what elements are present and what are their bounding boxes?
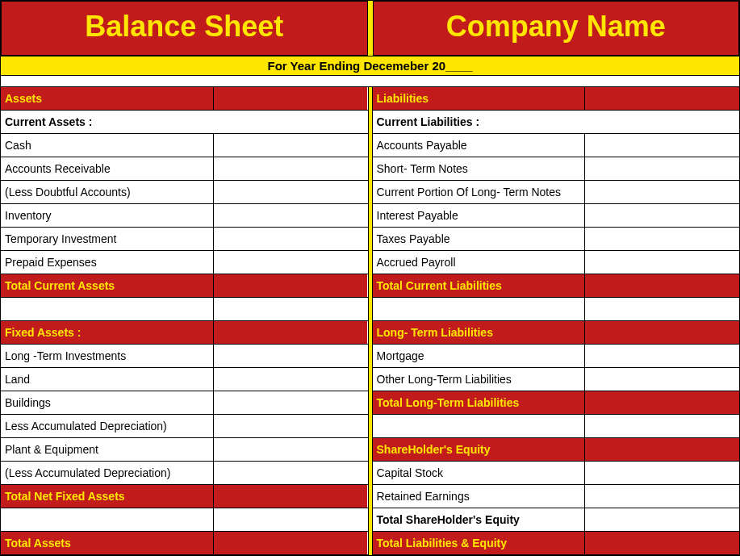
line-dep2: (Less Accumulated Depreciation) xyxy=(1,462,368,485)
value[interactable] xyxy=(585,157,739,180)
value[interactable] xyxy=(214,204,368,227)
assets-column: Assets Current Assets : Cash Accounts Re… xyxy=(1,87,368,555)
value xyxy=(585,298,739,320)
label xyxy=(373,298,586,320)
value[interactable] xyxy=(585,274,739,297)
value[interactable] xyxy=(214,462,368,484)
label: ShareHolder's Equity xyxy=(373,438,586,461)
value[interactable] xyxy=(214,391,368,414)
line-cpltn: Current Portion Of Long- Term Notes xyxy=(373,181,740,204)
current-assets-label: Current Assets : xyxy=(1,111,368,134)
value[interactable] xyxy=(214,345,368,367)
value[interactable] xyxy=(585,251,739,274)
value[interactable] xyxy=(585,228,739,250)
value[interactable] xyxy=(214,134,368,157)
label: Total ShareHolder's Equity xyxy=(373,508,586,531)
line-lt-inv: Long -Term Investments xyxy=(1,345,368,368)
value[interactable] xyxy=(585,438,739,461)
label: Total Current Liabilities xyxy=(373,274,586,297)
fixed-assets-header: Fixed Assets : xyxy=(1,321,368,345)
label: Total Current Assets xyxy=(1,274,214,297)
total-current-assets: Total Current Assets xyxy=(1,274,368,298)
value[interactable] xyxy=(585,368,739,391)
spacer-row xyxy=(1,76,739,87)
label: Plant & Equipment xyxy=(1,438,214,461)
label: Liabilities xyxy=(373,87,586,110)
line-dep1: Less Accumulated Depreciation) xyxy=(1,415,368,438)
value[interactable] xyxy=(214,228,368,250)
title-row: Balance Sheet Company Name xyxy=(1,1,739,56)
liabilities-column: Liabilities Current Liabilities : Accoun… xyxy=(373,87,740,555)
label: Temporary Investment xyxy=(1,228,214,250)
label: Accounts Receivable xyxy=(1,157,214,180)
value xyxy=(214,298,368,320)
value[interactable] xyxy=(585,462,739,484)
value[interactable] xyxy=(585,204,739,227)
current-liabilities-label: Current Liabilities : xyxy=(373,111,740,134)
value[interactable] xyxy=(585,134,739,157)
value[interactable] xyxy=(585,391,739,414)
value[interactable] xyxy=(585,532,739,554)
value[interactable] xyxy=(214,251,368,274)
value[interactable] xyxy=(214,87,368,110)
line-ar: Accounts Receivable xyxy=(1,157,368,181)
value[interactable] xyxy=(214,485,368,508)
label: Land xyxy=(1,368,214,391)
value xyxy=(585,415,739,437)
label: Prepaid Expenses xyxy=(1,251,214,274)
label: Cash xyxy=(1,134,214,157)
value[interactable] xyxy=(585,345,739,367)
total-current-liabilities: Total Current Liabilities xyxy=(373,274,740,298)
blank-row xyxy=(1,508,368,532)
value[interactable] xyxy=(214,532,368,554)
label: Total Long-Term Liabilities xyxy=(373,391,586,414)
value[interactable] xyxy=(585,181,739,203)
line-retained: Retained Earnings xyxy=(373,485,740,508)
assets-header: Assets xyxy=(1,87,368,111)
value[interactable] xyxy=(585,87,739,110)
value[interactable] xyxy=(214,321,368,344)
title-left: Balance Sheet xyxy=(1,1,368,56)
total-lt-liabilities: Total Long-Term Liabilities xyxy=(373,391,740,415)
total-liabilities-equity: Total Liabilities & Equity xyxy=(373,532,740,555)
balance-sheet: Balance Sheet Company Name For Year Endi… xyxy=(0,0,740,556)
value[interactable] xyxy=(214,415,368,437)
line-temp-inv: Temporary Investment xyxy=(1,228,368,251)
label xyxy=(1,508,214,531)
liabilities-header: Liabilities xyxy=(373,87,740,111)
blank-row xyxy=(1,298,368,321)
equity-header: ShareHolder's Equity xyxy=(373,438,740,462)
line-doubtful: (Less Doubtful Accounts) xyxy=(1,181,368,204)
line-land: Land xyxy=(1,368,368,391)
label: Buildings xyxy=(1,391,214,414)
line-mortgage: Mortgage xyxy=(373,345,740,368)
body-columns: Assets Current Assets : Cash Accounts Re… xyxy=(1,87,739,555)
label: Long -Term Investments xyxy=(1,345,214,367)
line-ap: Accounts Payable xyxy=(373,134,740,157)
label: Less Accumulated Depreciation) xyxy=(1,415,214,437)
value[interactable] xyxy=(214,181,368,203)
total-equity: Total ShareHolder's Equity xyxy=(373,508,740,532)
blank-row xyxy=(373,415,740,438)
value[interactable] xyxy=(585,508,739,531)
value[interactable] xyxy=(585,321,739,344)
value[interactable] xyxy=(214,368,368,391)
line-stn: Short- Term Notes xyxy=(373,157,740,181)
value[interactable] xyxy=(585,485,739,508)
line-cash: Cash xyxy=(1,134,368,157)
value[interactable] xyxy=(214,438,368,461)
line-plant: Plant & Equipment xyxy=(1,438,368,462)
value xyxy=(214,508,368,531)
label: Current Liabilities : xyxy=(373,111,740,133)
label: Fixed Assets : xyxy=(1,321,214,344)
label: Total Assets xyxy=(1,532,214,554)
line-inventory: Inventory xyxy=(1,204,368,228)
label: Current Portion Of Long- Term Notes xyxy=(373,181,586,203)
label xyxy=(1,298,214,320)
value[interactable] xyxy=(214,157,368,180)
label: (Less Accumulated Depreciation) xyxy=(1,462,214,484)
total-net-fixed: Total Net Fixed Assets xyxy=(1,485,368,508)
line-capital-stock: Capital Stock xyxy=(373,462,740,485)
line-other-lt: Other Long-Term Liabilities xyxy=(373,368,740,391)
value[interactable] xyxy=(214,274,368,297)
